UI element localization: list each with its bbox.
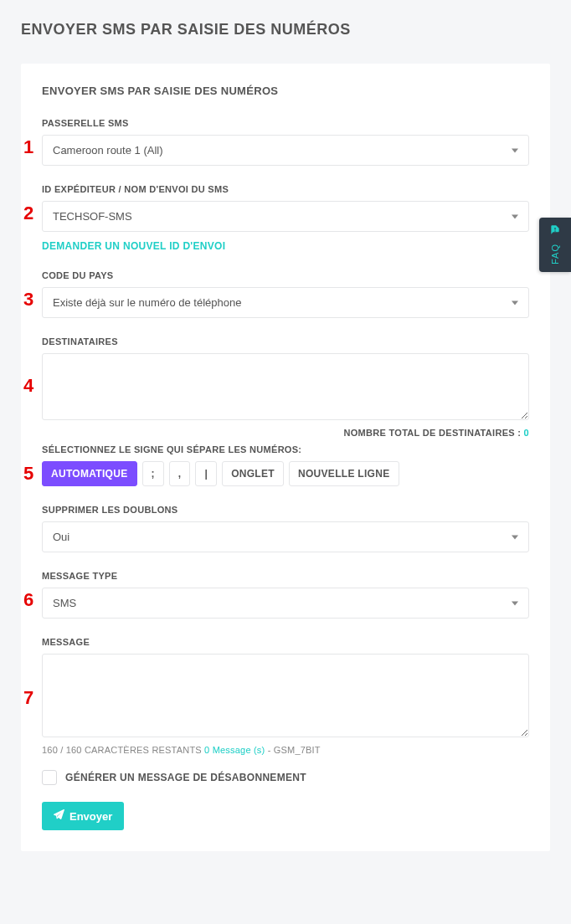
message-input[interactable]: [42, 654, 529, 737]
delimiter-label: SÉLECTIONNEZ LE SIGNE QUI SÉPARE LES NUM…: [42, 444, 529, 454]
sender-group: 2 ID EXPÉDITEUR / NOM D'ENVOI DU SMS TEC…: [42, 184, 529, 252]
msgtype-label: MESSAGE TYPE: [42, 571, 529, 581]
chevron-down-icon: [512, 601, 518, 605]
recipients-group: 4 DESTINATAIRES NOMBRE TOTAL DE DESTINAT…: [42, 336, 529, 438]
delimiter-comma-button[interactable]: ,: [169, 461, 191, 486]
dedup-value: Oui: [53, 531, 69, 543]
step-1-marker: 1: [23, 136, 33, 158]
dedup-group: SUPPRIMER LES DOUBLONS Oui: [42, 505, 529, 552]
msgtype-group: 6 MESSAGE TYPE SMS: [42, 571, 529, 619]
msgtype-select[interactable]: SMS: [42, 588, 529, 619]
chevron-down-icon: [512, 214, 518, 218]
counter-enc-sep: -: [265, 745, 273, 755]
step-4-marker: 4: [23, 375, 33, 397]
step-6-marker: 6: [23, 589, 33, 611]
gateway-value: Cameroon route 1 (All): [53, 144, 163, 157]
step-7-marker: 7: [23, 687, 33, 709]
paper-plane-icon: [54, 809, 64, 823]
step-2-marker: 2: [23, 203, 33, 224]
delimiter-group: 5 SÉLECTIONNEZ LE SIGNE QUI SÉPARE LES N…: [42, 444, 529, 486]
country-label: CODE DU PAYS: [42, 270, 529, 280]
faq-label: FAQ: [550, 244, 560, 264]
sender-label: ID EXPÉDITEUR / NOM D'ENVOI DU SMS: [42, 184, 529, 194]
counter-messages: 0 Message (s): [204, 745, 265, 755]
faq-tab[interactable]: FAQ: [539, 218, 571, 272]
counter-sep: /: [58, 745, 66, 755]
recipients-count-value: 0: [524, 428, 529, 438]
delimiter-pipe-button[interactable]: |: [195, 461, 217, 486]
dedup-label: SUPPRIMER LES DOUBLONS: [42, 505, 529, 515]
country-select[interactable]: Existe déjà sur le numéro de téléphone: [42, 287, 529, 318]
country-value: Existe déjà sur le numéro de téléphone: [53, 296, 241, 309]
send-button[interactable]: Envoyer: [42, 802, 124, 830]
gateway-group: 1 PASSERELLE SMS Cameroon route 1 (All): [42, 118, 529, 166]
recipients-count: NOMBRE TOTAL DE DESTINATAIRES : 0: [42, 428, 529, 438]
card-title: ENVOYER SMS PAR SAISIE DES NUMÉROS: [42, 85, 529, 97]
chevron-down-icon: [512, 148, 518, 152]
recipients-input[interactable]: [42, 353, 529, 420]
chevron-down-icon: [512, 300, 518, 305]
chevron-down-icon: [512, 535, 518, 539]
delimiter-auto-button[interactable]: AUTOMATIQUE: [42, 461, 137, 486]
msgtype-value: SMS: [53, 597, 76, 609]
counter-encoding: GSM_7BIT: [274, 745, 321, 755]
step-3-marker: 3: [23, 289, 33, 311]
step-5-marker: 5: [23, 463, 33, 485]
counter-remaining: 160 CARACTÈRES RESTANTS: [66, 745, 204, 755]
recipients-count-label: NOMBRE TOTAL DE DESTINATAIRES :: [343, 428, 523, 438]
faq-icon: [549, 224, 561, 239]
message-label: MESSAGE: [42, 637, 529, 647]
dedup-select[interactable]: Oui: [42, 521, 529, 552]
request-sender-link[interactable]: DEMANDER UN NOUVEL ID D'ENVOI: [42, 240, 225, 252]
send-button-label: Envoyer: [69, 810, 112, 823]
sender-select[interactable]: TECHSOF-SMS: [42, 201, 529, 232]
message-group: 7 MESSAGE 160 / 160 CARACTÈRES RESTANTS …: [42, 637, 529, 755]
delimiter-semicolon-button[interactable]: ;: [142, 461, 164, 486]
sender-value: TECHSOF-SMS: [53, 210, 132, 223]
unsub-row: GÉNÉRER UN MESSAGE DE DÉSABONNEMENT: [42, 770, 529, 785]
gateway-label: PASSERELLE SMS: [42, 118, 529, 128]
unsub-checkbox[interactable]: [42, 770, 57, 785]
form-card: ENVOYER SMS PAR SAISIE DES NUMÉROS 1 PAS…: [21, 64, 550, 851]
unsub-label: GÉNÉRER UN MESSAGE DE DÉSABONNEMENT: [65, 772, 306, 783]
page-title: ENVOYER SMS PAR SAISIE DES NUMÉROS: [21, 21, 550, 38]
gateway-select[interactable]: Cameroon route 1 (All): [42, 135, 529, 166]
message-counter: 160 / 160 CARACTÈRES RESTANTS 0 Message …: [42, 745, 529, 755]
delimiter-tab-button[interactable]: ONGLET: [222, 461, 284, 486]
country-group: 3 CODE DU PAYS Existe déjà sur le numéro…: [42, 270, 529, 318]
delimiter-newline-button[interactable]: NOUVELLE LIGNE: [289, 461, 399, 486]
counter-max: 160: [42, 745, 58, 755]
recipients-label: DESTINATAIRES: [42, 336, 529, 346]
